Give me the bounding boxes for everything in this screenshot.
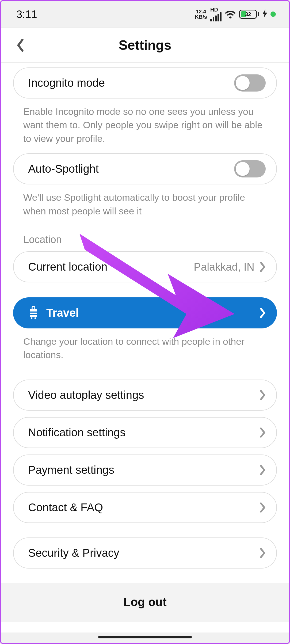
battery-percent: 32: [240, 11, 256, 17]
charging-icon: [262, 9, 267, 19]
page: Settings Incognito mode Enable Incognito…: [1, 28, 289, 632]
svg-rect-1: [32, 306, 35, 309]
contact-faq-row[interactable]: Contact & FAQ: [13, 492, 277, 523]
auto-spotlight-toggle[interactable]: [234, 160, 266, 177]
incognito-label: Incognito mode: [28, 77, 105, 89]
privacy-indicator-dot: [270, 12, 276, 17]
chevron-right-icon: [259, 548, 266, 558]
location-section-label: Location: [13, 218, 277, 251]
status-time: 3:11: [16, 8, 37, 20]
back-button[interactable]: [13, 37, 29, 53]
status-bar: 3:11 12.4 KB/s HD 32: [1, 1, 289, 28]
network-speed: 12.4 KB/s: [195, 9, 207, 20]
auto-spotlight-row[interactable]: Auto-Spotlight: [13, 153, 277, 184]
travel-description: Change your location to connect with peo…: [13, 328, 277, 362]
chevron-right-icon: [259, 262, 266, 272]
chevron-right-icon: [259, 308, 266, 318]
signal-group: HD: [210, 7, 222, 21]
incognito-description: Enable Incognito mode so no one sees you…: [13, 99, 277, 145]
cellular-signal-icon: [210, 12, 222, 21]
contact-faq-label: Contact & FAQ: [28, 501, 103, 514]
network-speed-value: 12.4: [196, 9, 206, 14]
travel-label: Travel: [46, 306, 79, 319]
network-speed-unit: KB/s: [195, 14, 207, 20]
home-indicator[interactable]: [98, 636, 192, 638]
chevron-right-icon: [259, 390, 266, 400]
video-autoplay-label: Video autoplay settings: [28, 389, 144, 401]
logout-button[interactable]: Log out: [1, 583, 289, 622]
video-autoplay-row[interactable]: Video autoplay settings: [13, 380, 277, 411]
payment-settings-label: Payment settings: [28, 464, 114, 476]
incognito-toggle[interactable]: [234, 74, 266, 92]
hd-badge: HD: [210, 7, 218, 12]
wifi-icon: [225, 10, 236, 18]
chevron-left-icon: [17, 39, 25, 52]
notification-settings-label: Notification settings: [28, 426, 125, 439]
svg-point-4: [31, 317, 32, 319]
page-title: Settings: [119, 37, 171, 53]
security-privacy-label: Security & Privacy: [28, 547, 119, 559]
incognito-row[interactable]: Incognito mode: [13, 67, 277, 99]
notification-settings-row[interactable]: Notification settings: [13, 417, 277, 448]
chevron-right-icon: [259, 427, 266, 438]
current-location-value: Palakkad, IN: [194, 261, 254, 273]
status-right: 12.4 KB/s HD 32: [195, 7, 276, 21]
current-location-label: Current location: [28, 260, 107, 273]
chevron-right-icon: [259, 502, 266, 513]
header: Settings: [1, 28, 289, 63]
svg-rect-2: [30, 312, 37, 313]
content: Incognito mode Enable Incognito mode so …: [1, 63, 289, 622]
logout-label: Log out: [123, 595, 166, 609]
chevron-right-icon: [259, 465, 266, 475]
security-privacy-row[interactable]: Security & Privacy: [13, 537, 277, 569]
svg-rect-0: [30, 309, 37, 317]
luggage-icon: [28, 306, 39, 320]
battery-indicator: 32: [239, 10, 259, 19]
travel-row[interactable]: Travel: [13, 297, 277, 328]
auto-spotlight-description: We'll use Spotlight automatically to boo…: [13, 184, 277, 218]
auto-spotlight-label: Auto-Spotlight: [28, 162, 99, 175]
svg-rect-3: [30, 314, 37, 315]
current-location-row[interactable]: Current location Palakkad, IN: [13, 251, 277, 282]
svg-point-5: [35, 317, 36, 319]
payment-settings-row[interactable]: Payment settings: [13, 454, 277, 486]
